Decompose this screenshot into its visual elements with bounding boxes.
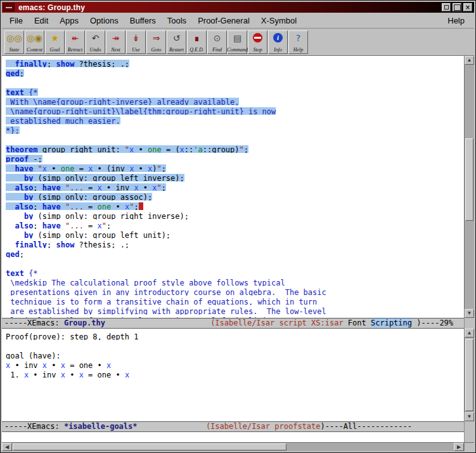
- menu-x-symbol[interactable]: X-Symbol: [255, 14, 302, 27]
- stop-button[interactable]: Stop: [248, 30, 267, 54]
- menu-options[interactable]: Options: [84, 14, 124, 27]
- goal-button[interactable]: ★Goal: [45, 30, 65, 54]
- text-segment: [61, 221, 65, 229]
- text-segment: finally: [15, 240, 47, 248]
- editor-scrollbar[interactable]: [464, 56, 474, 318]
- info-button[interactable]: iInfo: [268, 30, 288, 54]
- text-segment: ): [152, 164, 157, 172]
- text-segment: ;: [106, 221, 111, 229]
- retract-button[interactable]: ↞Retract: [65, 30, 85, 54]
- goals-buffer[interactable]: Proof(prove): step 8, depth 1goal (have)…: [2, 329, 464, 421]
- text-segment: ;: [47, 60, 56, 67]
- text-segment: x: [152, 183, 157, 191]
- text-segment: • inv: [10, 361, 42, 369]
- code-line: also; have "... = x";: [6, 220, 464, 229]
- restart-button[interactable]: ↺Restart: [167, 30, 186, 54]
- toolbar: ◎◎State◎◉Context★Goal↞Retract↶Undo↠Next↡…: [2, 29, 474, 56]
- next-button[interactable]: ↠Next: [106, 30, 125, 54]
- scroll-left-icon[interactable]: [2, 443, 12, 451]
- text-segment: ...: [70, 183, 84, 191]
- menu-tools[interactable]: Tools: [162, 14, 192, 27]
- text-segment: =: [84, 202, 98, 210]
- undo-button[interactable]: ↶Undo: [86, 30, 105, 54]
- text-segment: •: [47, 361, 61, 369]
- close-button[interactable]: [463, 3, 472, 11]
- goals-scrollbar-trough[interactable]: [465, 338, 474, 412]
- maximize-button[interactable]: [453, 3, 461, 11]
- text-segment: [105, 318, 210, 327]
- text-segment: =: [84, 221, 98, 229]
- code-line: technique is to form a transitive chain …: [6, 296, 464, 305]
- text-segment: •: [134, 145, 148, 153]
- system-menu-icon[interactable]: [3, 3, 15, 11]
- text-segment: x: [125, 371, 129, 378]
- code-line: With \name{group-right-inverse} already …: [6, 96, 464, 105]
- text-segment: ": [102, 221, 106, 229]
- menu-apps[interactable]: Apps: [54, 14, 84, 27]
- goto-button[interactable]: ⇒Goto: [146, 30, 166, 54]
- find-button[interactable]: ⊙Find: [207, 30, 227, 54]
- text-segment: [6, 164, 15, 172]
- goals-scrollbar-thumb[interactable]: [465, 339, 473, 411]
- text-segment: also: [15, 221, 33, 229]
- goto-label: Goto: [151, 47, 162, 53]
- horizontal-scrollbar-trough[interactable]: [12, 443, 454, 451]
- text-segment: [138, 422, 206, 431]
- goals-scrollbar[interactable]: [464, 329, 474, 421]
- undo-icon: ↶: [92, 32, 100, 44]
- text-segment: [61, 202, 65, 210]
- goal-line: goal (have):: [6, 350, 464, 359]
- text-segment: ": [157, 164, 162, 172]
- text-segment: -----XEmacs:: [4, 318, 64, 327]
- text-segment: ?thesis; .;: [74, 240, 129, 248]
- minibuffer-row: [2, 432, 474, 442]
- scroll-down-icon[interactable]: [465, 309, 474, 318]
- text-segment: text: [6, 269, 24, 277]
- scroll-up-icon[interactable]: [465, 329, 474, 338]
- text-segment: ;: [33, 221, 42, 229]
- text-segment: established much easier.: [6, 117, 120, 124]
- code-line: finally; show ?thesis; .;: [6, 58, 464, 67]
- horizontal-scrollbar-thumb[interactable]: [13, 443, 286, 450]
- menu-buffers[interactable]: Buffers: [124, 14, 162, 27]
- text-segment: by: [24, 174, 33, 181]
- minimize-button[interactable]: [442, 3, 451, 11]
- qed-button[interactable]: ∎Q.E.D.: [187, 30, 207, 54]
- editor-scrollbar-thumb[interactable]: [465, 138, 473, 221]
- menu-proof-general[interactable]: Proof-General: [192, 14, 255, 27]
- command-icon: ▤: [233, 32, 241, 44]
- state-icon: ◎◎: [6, 32, 22, 44]
- help-button[interactable]: ?Help: [288, 30, 308, 54]
- menu-file[interactable]: File: [4, 14, 29, 27]
- info-icon: i: [273, 32, 283, 44]
- text-segment: finally: [15, 60, 47, 67]
- minibuffer[interactable]: [2, 432, 464, 442]
- text-segment: (simp only: group_right_inverse);: [33, 212, 189, 220]
- menu-help[interactable]: Help: [440, 14, 472, 27]
- text-segment: (simp only: group_left_unit);: [33, 231, 170, 239]
- info-label: Info: [274, 47, 282, 53]
- goal-line: [6, 340, 464, 350]
- state-button[interactable]: ◎◎State: [4, 30, 24, 54]
- text-segment: [33, 164, 37, 172]
- title-bar[interactable]: emacs: Group.thy: [2, 2, 474, 13]
- menu-edit[interactable]: Edit: [29, 14, 54, 27]
- context-button[interactable]: ◎◉Context: [25, 30, 44, 54]
- text-segment: qed: [6, 250, 20, 258]
- text-segment: ;: [162, 183, 166, 191]
- use-icon: ↡: [132, 32, 140, 44]
- context-label: Context: [27, 47, 42, 53]
- scroll-up-icon[interactable]: [465, 56, 474, 65]
- text-segment: by: [24, 231, 33, 239]
- editor-buffer[interactable]: finally; show ?thesis; .;qed;text {* Wit…: [2, 56, 464, 318]
- text-segment: by: [24, 212, 33, 220]
- scroll-right-icon[interactable]: [454, 443, 464, 451]
- modeline2-gap: [464, 421, 474, 432]
- editor-scrollbar-trough[interactable]: [465, 65, 474, 309]
- horizontal-scrollbar[interactable]: [2, 442, 474, 451]
- use-button[interactable]: ↡Use: [126, 30, 146, 54]
- scroll-down-icon[interactable]: [465, 412, 474, 421]
- text-segment: ;: [134, 202, 138, 210]
- command-button[interactable]: ▤Command: [228, 30, 247, 54]
- text-segment: =: [74, 164, 88, 172]
